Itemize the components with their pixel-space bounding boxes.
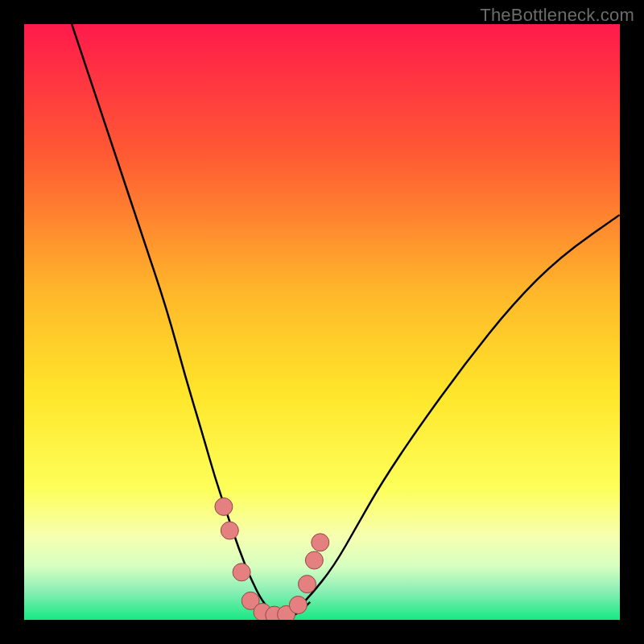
data-marker <box>215 497 233 515</box>
data-marker <box>221 522 238 539</box>
chart-frame: TheBottleneck.com <box>0 0 644 644</box>
plot-area <box>24 24 620 620</box>
markers-layer <box>24 24 620 620</box>
data-marker <box>233 564 250 581</box>
data-marker <box>299 576 316 593</box>
data-marker <box>305 551 323 569</box>
watermark-text: TheBottleneck.com <box>480 5 634 26</box>
data-marker <box>312 534 329 551</box>
data-marker <box>289 597 307 614</box>
